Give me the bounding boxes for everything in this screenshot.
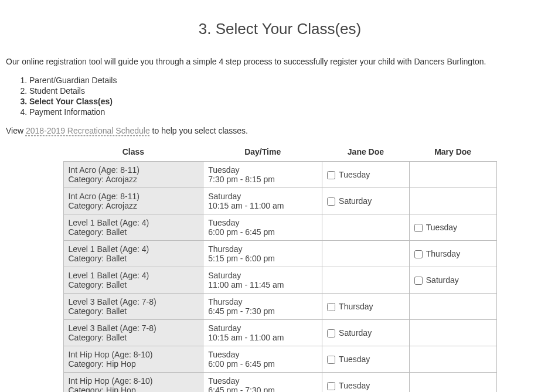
class-cell: Level 1 Ballet (Age: 4)Category: Ballet <box>63 241 203 267</box>
day-label: Tuesday <box>208 350 317 359</box>
checkbox-day-label: Tuesday <box>426 223 457 233</box>
class-name: Level 1 Ballet (Age: 4) <box>69 244 199 254</box>
class-name: Int Hip Hop (Age: 8-10) <box>69 376 199 386</box>
class-cell: Int Hip Hop (Age: 8-10)Category: Hip Hop <box>63 346 203 373</box>
time-label: 10:15 am - 11:00 am <box>208 333 317 342</box>
daytime-cell: Thursday6:45 pm - 7:30 pm <box>203 294 322 320</box>
student-2-cell <box>409 320 496 346</box>
student-1-cell <box>322 267 410 294</box>
student-2-cell: Tuesday <box>409 214 496 241</box>
class-select-checkbox[interactable] <box>327 171 335 179</box>
class-select-checkbox[interactable] <box>414 224 423 232</box>
class-cell: Level 1 Ballet (Age: 4)Category: Ballet <box>63 267 203 294</box>
table-row: Level 1 Ballet (Age: 4)Category: BalletT… <box>63 241 496 267</box>
time-label: 10:15 am - 11:00 am <box>208 201 317 210</box>
step-item: Payment Information <box>29 107 548 117</box>
student-1-cell: Tuesday <box>322 162 410 188</box>
step-item: Student Details <box>29 86 548 96</box>
class-select-checkbox[interactable] <box>327 303 335 311</box>
class-category: Category: Acrojazz <box>69 201 199 210</box>
daytime-cell: Tuesday6:45 pm - 7:30 pm <box>203 373 322 393</box>
daytime-cell: Tuesday6:00 pm - 6:45 pm <box>203 346 322 373</box>
class-cell: Level 1 Ballet (Age: 4)Category: Ballet <box>63 214 203 241</box>
day-label: Thursday <box>208 297 317 306</box>
class-category: Category: Ballet <box>69 333 199 342</box>
class-table: Class Day/Time Jane Doe Mary Doe Int Acr… <box>63 145 497 392</box>
student-2-cell <box>409 188 496 214</box>
class-name: Int Acro (Age: 8-11) <box>69 192 199 201</box>
checkbox-day-label: Thursday <box>426 250 460 259</box>
table-row: Int Acro (Age: 8-11)Category: AcrojazzTu… <box>63 162 496 188</box>
class-name: Level 1 Ballet (Age: 4) <box>69 218 199 227</box>
page-title: 3. Select Your Class(es) <box>6 20 548 38</box>
day-label: Tuesday <box>208 218 317 227</box>
class-name: Level 1 Ballet (Age: 4) <box>69 271 199 280</box>
class-select-checkbox[interactable] <box>327 329 335 338</box>
time-label: 6:45 pm - 7:30 pm <box>208 386 317 392</box>
class-select-checkbox[interactable] <box>327 356 335 364</box>
daytime-cell: Tuesday7:30 pm - 8:15 pm <box>203 162 322 188</box>
schedule-prefix: View <box>6 126 26 135</box>
day-label: Tuesday <box>208 376 317 386</box>
student-1-cell: Saturday <box>322 188 410 214</box>
student-1-cell: Saturday <box>322 320 410 346</box>
class-cell: Int Acro (Age: 8-11)Category: Acrojazz <box>63 188 203 214</box>
table-row: Level 3 Ballet (Age: 7-8)Category: Balle… <box>63 320 496 346</box>
class-name: Int Acro (Age: 8-11) <box>69 165 199 175</box>
student-2-cell <box>409 294 496 320</box>
student-2-cell <box>409 162 496 188</box>
time-label: 6:00 pm - 6:45 pm <box>208 227 317 237</box>
day-label: Thursday <box>208 244 317 254</box>
time-label: 7:30 pm - 8:15 pm <box>208 175 317 184</box>
class-name: Level 3 Ballet (Age: 7-8) <box>69 297 199 306</box>
table-row: Int Acro (Age: 8-11)Category: AcrojazzSa… <box>63 188 496 214</box>
student-1-cell <box>322 214 410 241</box>
class-select-checkbox[interactable] <box>327 382 335 390</box>
schedule-help: View 2018-2019 Recreational Schedule to … <box>6 126 548 135</box>
time-label: 5:15 pm - 6:00 pm <box>208 254 317 263</box>
class-cell: Int Acro (Age: 8-11)Category: Acrojazz <box>63 162 203 188</box>
table-row: Level 1 Ballet (Age: 4)Category: BalletS… <box>63 267 496 294</box>
class-cell: Level 3 Ballet (Age: 7-8)Category: Balle… <box>63 294 203 320</box>
day-label: Saturday <box>208 323 317 333</box>
step-item: Parent/Guardian Details <box>29 76 548 85</box>
daytime-cell: Tuesday6:00 pm - 6:45 pm <box>203 214 322 241</box>
checkbox-day-label: Thursday <box>339 302 373 312</box>
header-daytime: Day/Time <box>203 145 322 162</box>
table-row: Level 1 Ballet (Age: 4)Category: BalletT… <box>63 214 496 241</box>
class-cell: Int Hip Hop (Age: 8-10)Category: Hip Hop <box>63 373 203 393</box>
daytime-cell: Thursday5:15 pm - 6:00 pm <box>203 241 322 267</box>
table-row: Level 3 Ballet (Age: 7-8)Category: Balle… <box>63 294 496 320</box>
student-2-cell: Thursday <box>409 241 496 267</box>
checkbox-day-label: Tuesday <box>339 381 370 391</box>
header-student-1: Jane Doe <box>322 145 410 162</box>
time-label: 11:00 am - 11:45 am <box>208 280 317 289</box>
checkbox-day-label: Saturday <box>339 197 372 206</box>
class-category: Category: Ballet <box>69 227 199 237</box>
student-2-cell: Saturday <box>409 267 496 294</box>
schedule-link[interactable]: 2018-2019 Recreational Schedule <box>26 126 150 135</box>
class-select-checkbox[interactable] <box>414 250 423 258</box>
step-item-active: Select Your Class(es) <box>29 97 548 106</box>
checkbox-day-label: Saturday <box>339 329 372 338</box>
student-1-cell <box>322 241 410 267</box>
intro-text: Our online registration tool will guide … <box>6 57 548 66</box>
day-label: Tuesday <box>208 165 317 175</box>
table-row: Int Hip Hop (Age: 8-10)Category: Hip Hop… <box>63 373 496 393</box>
class-category: Category: Hip Hop <box>69 386 199 392</box>
class-select-checkbox[interactable] <box>327 197 335 206</box>
time-label: 6:00 pm - 6:45 pm <box>208 359 317 369</box>
step-list: Parent/Guardian Details Student Details … <box>6 76 548 117</box>
daytime-cell: Saturday10:15 am - 11:00 am <box>203 188 322 214</box>
table-row: Int Hip Hop (Age: 8-10)Category: Hip Hop… <box>63 346 496 373</box>
header-class: Class <box>63 145 203 162</box>
student-1-cell: Thursday <box>322 294 410 320</box>
class-category: Category: Acrojazz <box>69 175 199 184</box>
header-student-2: Mary Doe <box>409 145 496 162</box>
class-name: Level 3 Ballet (Age: 7-8) <box>69 323 199 333</box>
schedule-suffix: to help you select classes. <box>150 126 248 135</box>
class-select-checkbox[interactable] <box>414 277 423 285</box>
day-label: Saturday <box>208 192 317 201</box>
checkbox-day-label: Saturday <box>426 276 459 285</box>
student-2-cell <box>409 346 496 373</box>
